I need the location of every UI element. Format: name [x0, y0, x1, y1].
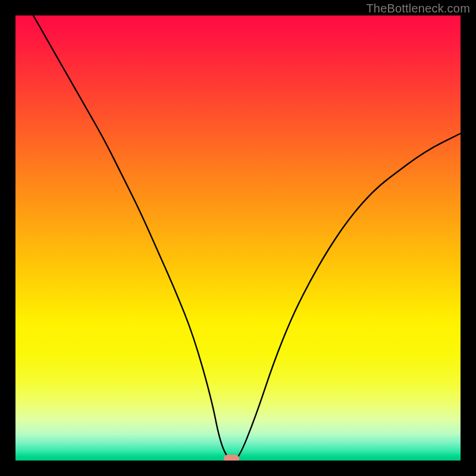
plot-area	[15, 15, 461, 461]
watermark-text: TheBottleneck.com	[366, 2, 470, 15]
bottleneck-curve	[15, 15, 461, 461]
optimal-marker	[224, 455, 239, 461]
chart-stage: TheBottleneck.com	[0, 0, 476, 476]
